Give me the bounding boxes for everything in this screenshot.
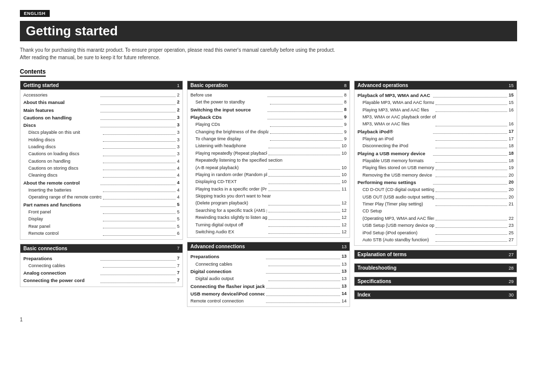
- basic-operation-title: Basic operation: [190, 83, 228, 88]
- toc-grid: Getting started 1 Accessories2About this…: [20, 81, 517, 307]
- entry-dots: [433, 90, 507, 98]
- entry-page: 12: [342, 221, 347, 228]
- entry-page: 13: [342, 283, 347, 290]
- entry-page: 3: [177, 136, 179, 143]
- toc-entry: Playing MP3, WMA and AAC files16: [358, 106, 514, 113]
- entry-page: 11: [342, 186, 347, 193]
- entry-page: 25: [509, 229, 514, 236]
- entry-page: 12: [342, 214, 347, 221]
- entry-text: Cleaning discs: [23, 172, 101, 179]
- entry-dots: [268, 170, 340, 177]
- entry-page: 9: [344, 135, 347, 142]
- entry-page: 4: [177, 187, 179, 194]
- entry-text: Loading discs: [23, 143, 101, 150]
- entry-dots: [103, 142, 176, 149]
- entry-dots: [266, 289, 340, 296]
- entry-page: 18: [509, 157, 514, 164]
- entry-text: Playing an iPod: [358, 135, 434, 142]
- entry-text: Preparations: [190, 253, 265, 260]
- entry-text: Rewinding tracks slightly to listen agai…: [190, 214, 267, 221]
- entry-page: 5: [177, 208, 179, 215]
- entry-page: 21: [509, 200, 514, 207]
- entry-page: 20: [509, 179, 514, 186]
- entry-page: 12: [342, 199, 347, 206]
- entry-text: CD D-OUT (CD digital output settings): [358, 186, 434, 193]
- entry-text: Front panel: [23, 208, 101, 215]
- entry-text: Playing files stored on USB memory devic…: [358, 164, 434, 171]
- entry-dots: [268, 163, 340, 170]
- entry-page: 9: [344, 128, 347, 135]
- entry-page: 2: [177, 98, 179, 106]
- entry-text: Changing the brightness of the display: [190, 128, 268, 135]
- entry-dots: [100, 105, 176, 112]
- entry-page: 4: [177, 158, 179, 165]
- entry-page: 7: [177, 269, 179, 277]
- entry-page: 7: [177, 262, 179, 269]
- toc-entry: Auto STB (Auto standby function)27: [358, 236, 514, 243]
- entry-text: About the remote control: [23, 179, 99, 187]
- basic-connections-page: 7: [177, 246, 179, 251]
- entry-dots: [436, 105, 507, 112]
- entry-dots: [100, 97, 176, 104]
- entry-page: 8: [344, 106, 347, 113]
- entry-text: Rear panel: [23, 223, 101, 230]
- entry-text: Playing repeatedly (Repeat playback): [190, 150, 267, 157]
- entry-dots: [268, 220, 340, 227]
- index-title: Index: [358, 292, 370, 297]
- entry-text: Playback iPod®: [358, 128, 432, 135]
- entry-text: To change time display: [190, 135, 268, 142]
- entry-dots: [268, 198, 340, 205]
- entry-text: Switching Audio EX: [190, 228, 267, 235]
- entry-page: 4: [177, 179, 179, 187]
- entry-dots: [103, 207, 176, 214]
- lang-badge: ENGLISH: [20, 10, 50, 17]
- entry-dots: [270, 97, 343, 104]
- entry-page: 22: [509, 215, 514, 222]
- entry-text: Operating range of the remote control: [23, 194, 101, 200]
- entry-dots: [436, 170, 507, 177]
- entry-page: 3: [177, 129, 179, 136]
- entry-text: Playable USB memory formats: [358, 157, 434, 164]
- entry-page: 16: [509, 106, 514, 113]
- page-footer: 1: [20, 317, 517, 322]
- entry-page: 23: [509, 222, 514, 229]
- toc-entry: Playing tracks in a specific order (Prog…: [190, 186, 347, 193]
- entry-dots: [436, 235, 507, 242]
- entry-text: USB memory device/iPod connection: [190, 290, 265, 297]
- entry-text: (Delete program playback): [190, 199, 267, 206]
- entry-page: 7: [177, 255, 179, 262]
- advanced-operations-page: 15: [509, 83, 514, 88]
- entry-page: 3: [177, 121, 179, 129]
- toc-entry: Remote control connection14: [190, 297, 347, 304]
- entry-text: Digital connection: [190, 268, 265, 275]
- entry-dots: [270, 134, 343, 141]
- entry-page: 20: [509, 186, 514, 193]
- entry-page: 10: [342, 164, 347, 171]
- entry-dots: [103, 221, 176, 228]
- index-header: Index 30: [355, 291, 517, 299]
- basic-connections-title: Basic connections: [23, 246, 67, 251]
- advanced-connections-section: Advanced connections 13 Preparations13Co…: [187, 242, 350, 307]
- entry-page: 2: [177, 92, 179, 98]
- advanced-connections-page: 13: [342, 244, 347, 249]
- entry-text: Display: [23, 215, 101, 222]
- entry-dots: [268, 227, 340, 234]
- entry-text: Listening with headphone: [190, 142, 267, 149]
- entry-dots: [436, 98, 507, 104]
- entry-dots: [436, 192, 507, 199]
- entry-dots: [100, 199, 176, 207]
- getting-started-header: Getting started 1: [20, 81, 182, 90]
- intro-line2: After reading the manual, be sure to kee…: [20, 54, 517, 61]
- entry-page: 5: [177, 201, 179, 208]
- entry-dots: [103, 149, 176, 156]
- entry-page: 14: [342, 297, 347, 304]
- entry-page: 8: [344, 98, 347, 105]
- troubleshooting-page: 28: [509, 266, 514, 271]
- basic-connections-section: Basic connections 7 Preparations7Connect…: [20, 244, 183, 287]
- explanation-page: 27: [509, 252, 514, 257]
- entry-dots: [436, 213, 507, 220]
- entry-page: 18: [509, 150, 514, 157]
- entry-dots: [103, 185, 176, 192]
- advanced-connections-header: Advanced connections 13: [187, 242, 350, 251]
- toc-entry: Timer Play (Timer play setting)21: [358, 200, 514, 207]
